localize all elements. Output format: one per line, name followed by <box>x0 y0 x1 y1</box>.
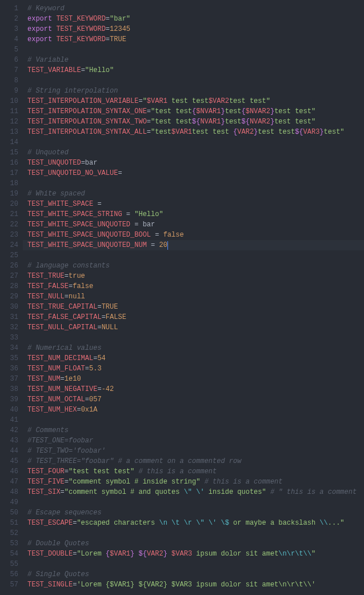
code-line[interactable]: TEST_ESCAPE="escaped characters \n \t \r… <box>23 518 364 528</box>
code-line[interactable]: TEST_WHITE_SPACE = <box>23 199 364 209</box>
code-line[interactable]: # Double Quotes <box>23 538 364 549</box>
line-number: 44 <box>0 446 23 456</box>
code-line[interactable] <box>23 559 364 569</box>
token-comment: # Numerical values <box>27 344 102 352</box>
code-line[interactable]: TEST_FOUR="test test test" # this is a c… <box>23 466 364 477</box>
code-line[interactable]: TEST_FALSE_CAPITAL=FALSE <box>23 312 364 322</box>
code-line[interactable]: # String interpolation <box>23 86 364 96</box>
line-number: 29 <box>0 291 23 302</box>
code-line[interactable] <box>23 333 364 343</box>
line-number: 6 <box>0 55 23 65</box>
code-line[interactable]: export TEST_KEYWORD="bar" <box>23 14 364 24</box>
line-number: 47 <box>0 477 23 487</box>
token-string: test test" <box>274 118 315 126</box>
code-line[interactable] <box>23 528 364 538</box>
line-number: 39 <box>0 394 23 405</box>
token-brace: ${ <box>138 550 146 558</box>
code-line[interactable]: # Variable <box>23 55 364 65</box>
token-punct: = <box>97 324 101 332</box>
token-string: test" <box>324 128 345 136</box>
code-area[interactable]: # Keywordexport TEST_KEYWORD="bar"export… <box>23 3 364 590</box>
code-line[interactable]: # Comments <box>23 425 364 436</box>
code-line[interactable]: TEST_NUM=1e10 <box>23 374 364 384</box>
token-brace: } <box>221 107 225 115</box>
line-number: 3 <box>0 24 23 34</box>
code-line[interactable]: TEST_FIVE="comment symbol # inside strin… <box>23 477 364 487</box>
code-line[interactable]: export TEST_KEYWORD=TRUE <box>23 34 364 45</box>
code-line[interactable]: # Escape sequences <box>23 508 364 518</box>
code-line[interactable]: TEST_SIX="comment symbol # and quotes \"… <box>23 487 364 497</box>
line-number: 48 <box>0 487 23 497</box>
line-number: 27 <box>0 271 23 281</box>
code-line[interactable]: TEST_WHITE_SPACE_STRING = "Hello" <box>23 209 364 219</box>
code-line[interactable]: #TEST_ONE=foobar <box>23 436 364 446</box>
code-line[interactable]: # Single Quotes <box>23 569 364 580</box>
token-string: ..." <box>328 519 345 527</box>
line-number: 49 <box>0 497 23 508</box>
code-line[interactable]: # Unquoted <box>23 147 364 158</box>
code-line[interactable]: TEST_INTERPOLATION_SYNTAX_ALL="test$VAR1… <box>23 127 364 137</box>
text-cursor <box>167 241 168 250</box>
code-line[interactable]: # TEST_THREE="foobar" # a comment on a c… <box>23 456 364 466</box>
code-line[interactable]: TEST_NUM_NEGATIVE=-42 <box>23 384 364 394</box>
line-number-gutter: 1234567891011121314151617181920212223242… <box>0 3 23 590</box>
token-punct: = <box>85 365 89 373</box>
code-line[interactable]: # language constants <box>23 261 364 271</box>
code-line[interactable]: TEST_NUM_OCTAL=057 <box>23 394 364 405</box>
line-number: 11 <box>0 106 23 117</box>
code-line[interactable]: # Numerical values <box>23 343 364 353</box>
token-var: TEST_NUM_NEGATIVE <box>27 385 97 393</box>
token-string: test <box>225 107 242 115</box>
token-string: "Hello" <box>85 66 114 74</box>
token-string: " <box>311 550 315 558</box>
code-line[interactable]: TEST_INTERPOLATION_VARIABLE="$VAR1 test … <box>23 96 364 106</box>
code-line[interactable]: TEST_TRUE_CAPITAL=TRUE <box>23 302 364 312</box>
code-line[interactable] <box>23 75 364 86</box>
token-bool: false <box>163 231 184 239</box>
code-line[interactable]: TEST_NULL_CAPITAL=NULL <box>23 322 364 333</box>
code-line[interactable]: TEST_WHITE_SPACE_UNQUOTED = bar <box>23 219 364 230</box>
token-num: 12345 <box>110 25 130 33</box>
code-editor[interactable]: 1234567891011121314151617181920212223242… <box>0 0 364 590</box>
code-line[interactable]: export TEST_KEYWORD=12345 <box>23 24 364 34</box>
code-line[interactable]: TEST_INTERPOLATION_SYNTAX_ONE="test test… <box>23 106 364 117</box>
code-line[interactable]: TEST_UNQUOTED=bar <box>23 158 364 168</box>
code-line[interactable] <box>23 137 364 147</box>
line-number: 8 <box>0 75 23 86</box>
token-escape: \' <box>196 488 204 496</box>
code-line[interactable]: TEST_VARIABLE="Hello" <box>23 65 364 75</box>
code-line[interactable]: TEST_NULL=null <box>23 291 364 302</box>
code-line[interactable] <box>23 250 364 261</box>
code-line[interactable]: # TEST_TWO='foobar' <box>23 446 364 456</box>
token-punct: = <box>97 303 101 311</box>
code-line[interactable]: TEST_WHITE_SPACE_UNQUOTED_BOOL = false <box>23 230 364 240</box>
code-line[interactable]: TEST_TRUE=true <box>23 271 364 281</box>
code-line[interactable]: TEST_NUM_HEX=0x1A <box>23 405 364 415</box>
token-const: FALSE <box>106 313 126 321</box>
token-brace: } <box>163 550 167 558</box>
code-line[interactable]: TEST_SINGLE='Lorem {$VAR1} ${VAR2} $VAR3… <box>23 580 364 590</box>
code-line[interactable]: # White spaced <box>23 189 364 199</box>
token-brace: { <box>106 550 110 558</box>
line-number: 21 <box>0 209 23 219</box>
code-line[interactable]: TEST_DOUBLE="Lorem {$VAR1} ${VAR2} $VAR3… <box>23 549 364 559</box>
code-line[interactable] <box>23 415 364 425</box>
line-number: 15 <box>0 147 23 158</box>
token-brace: } <box>319 128 323 136</box>
code-line[interactable]: TEST_FALSE=false <box>23 281 364 291</box>
code-line[interactable]: # Keyword <box>23 3 364 14</box>
token-interp: $VAR1 <box>147 97 167 105</box>
code-line[interactable]: TEST_WHITE_SPACE_UNQUOTED_NUM = 20 <box>23 240 364 250</box>
token-interp: $VAR2 <box>209 97 229 105</box>
code-line[interactable] <box>23 45 364 55</box>
code-line[interactable]: TEST_NUM_FLOAT=5.3 <box>23 364 364 374</box>
code-line[interactable] <box>23 497 364 508</box>
code-line[interactable]: TEST_INTERPOLATION_SYNTAX_TWO="test test… <box>23 117 364 127</box>
token-string: or maybe a backslash <box>229 519 319 527</box>
code-line[interactable]: TEST_UNQUOTED_NO_VALUE= <box>23 168 364 178</box>
token-num: 0x1A <box>81 406 98 414</box>
token-escape: \" <box>184 488 192 496</box>
code-line[interactable]: TEST_NUM_DECIMAL=54 <box>23 353 364 364</box>
code-line[interactable] <box>23 178 364 189</box>
line-number: 51 <box>0 518 23 528</box>
